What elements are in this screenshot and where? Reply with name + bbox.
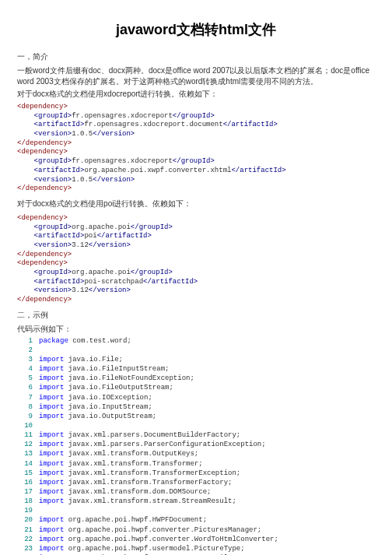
code-line: 17import javax.xml.transform.dom.DOMSour… <box>17 487 375 497</box>
code-line: 22import org.apache.poi.hwpf.converter.W… <box>17 535 375 544</box>
intro-paragraph-1: 一般word文件后缀有doc、docx两种。docx是office word 2… <box>17 65 375 87</box>
code-line: 3import java.io.File; <box>17 355 375 364</box>
code-line: 6import java.io.FileOutputStream; <box>17 383 375 392</box>
example-subheading: 代码示例如下： <box>17 324 375 335</box>
code-line: 15import javax.xml.transform.Transformer… <box>17 469 375 478</box>
code-line: 1package com.test.word; <box>17 336 375 346</box>
dependency-block-2: <dependency> <groupId>org.apache.poi</gr… <box>17 214 375 305</box>
code-line: 23import org.apache.poi.hwpf.usermodel.P… <box>17 544 375 553</box>
code-line: 14import javax.xml.transform.Transformer… <box>17 459 375 469</box>
example-heading: 二，示例 <box>17 310 375 321</box>
code-line: 2 <box>17 346 375 355</box>
code-line: 5import java.io.FileNotFoundException; <box>17 374 375 383</box>
code-line: 10 <box>17 421 375 430</box>
intro-paragraph-2: 对于docx格式的文档使用xdocreport进行转换。依赖如下： <box>17 89 375 100</box>
code-listing: 1package com.test.word;23import java.io.… <box>17 336 375 555</box>
code-line: 12import javax.xml.parsers.ParserConfigu… <box>17 440 375 449</box>
code-line: 11import javax.xml.parsers.DocumentBuild… <box>17 430 375 440</box>
dependency-block-1: <dependency> <groupId>fr.opensagres.xdoc… <box>17 103 375 194</box>
code-line: 9import java.io.OutputStream; <box>17 412 375 421</box>
code-line: 13import javax.xml.transform.OutputKeys; <box>17 449 375 458</box>
code-line: 8import java.io.InputStream; <box>17 402 375 412</box>
code-line: 7import java.io.IOException; <box>17 393 375 402</box>
page-title: javaword文档转html文件 <box>17 20 375 39</box>
code-line: 21import org.apache.poi.hwpf.converter.P… <box>17 525 375 535</box>
mid-paragraph: 对于docx格式的文档使用poi进行转换。依赖如下： <box>17 198 375 209</box>
code-line: 20import org.apache.poi.hwpf.HWPFDocumen… <box>17 515 375 525</box>
code-line: 4import java.io.FileInputStream; <box>17 364 375 374</box>
code-line: 19 <box>17 506 375 515</box>
intro-heading: 一，简介 <box>17 51 375 62</box>
code-line: 18import javax.xml.transform.stream.Stre… <box>17 497 375 506</box>
code-line: 16import javax.xml.transform.Transformer… <box>17 478 375 487</box>
